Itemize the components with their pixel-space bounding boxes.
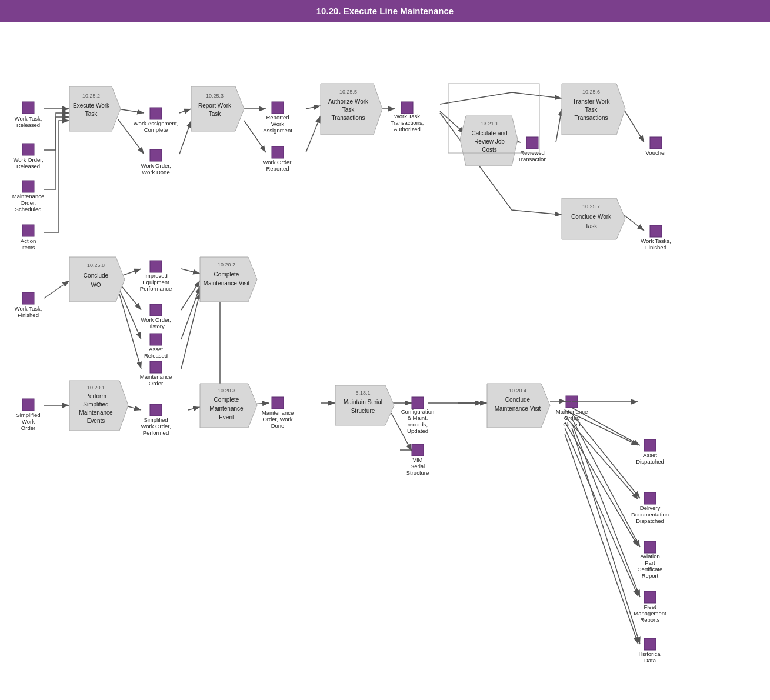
svg-line-15 [44, 281, 69, 298]
label-fleet-mgmt-reports: Fleet [644, 604, 656, 610]
svg-line-8 [306, 106, 321, 109]
label-execute-work-task: Execute Work [73, 102, 110, 109]
event-improved-equip [150, 261, 162, 272]
label-maint-order-scheduled: Maintenance [12, 193, 44, 199]
svg-line-38 [624, 215, 644, 231]
label-work-order-history2: History [147, 323, 165, 329]
label-complete-maint-event: Complete [214, 396, 239, 403]
header-title: 10.20. Execute Line Maintenance [316, 6, 454, 16]
label-vim-serial2: Serial [411, 463, 425, 469]
label-aviation-part-cert3: Certificate [638, 566, 663, 572]
label-perform-simplified3: Maintenance [79, 409, 113, 416]
label-maint-order-work-done3: Done [271, 422, 285, 429]
label-work-order-reported2: Reported [266, 165, 289, 172]
label-reported-work-assignment: Reported [266, 114, 289, 121]
event-asset-released [150, 334, 162, 345]
event-vim-serial [412, 444, 424, 456]
event-action-items [22, 225, 34, 236]
page-header: 10.20. Execute Line Maintenance [0, 0, 770, 22]
label-report-work-task2: Task [209, 111, 222, 117]
label-authorize2: Task [342, 106, 355, 113]
label-work-tasks-finished2: Finished [645, 244, 666, 251]
sublabel-maintain-serial: 5.18.1 [355, 390, 370, 396]
event-reviewed-transaction [526, 137, 538, 149]
label-maint-order-scheduled3: Scheduled [15, 206, 42, 212]
label-simplified-wo-performed: Simplified [144, 416, 168, 423]
label-maint-order-scheduled2: Order, [21, 199, 36, 206]
label-authorize: Authorize Work [328, 98, 369, 105]
label-perform-simplified4: Events [87, 418, 105, 424]
svg-line-14 [624, 109, 644, 142]
sublabel-report-work-task: 10.25.3 [206, 93, 224, 99]
event-work-order-released [22, 144, 34, 155]
event-wtt-authorized [401, 102, 413, 114]
diagram-area: 10.25.2 Execute Work Task 10.25.3 Report… [0, 22, 770, 700]
event-maintenance-order [150, 361, 162, 373]
label-work-task-finished2: Finished [18, 312, 39, 318]
label-reported-work-assignment3: Assignment [263, 127, 292, 134]
label-aviation-part-cert4: Report [642, 572, 659, 579]
label-calculate3: Costs [482, 146, 497, 153]
label-conclude-maint-visit2: Maintenance Visit [495, 405, 541, 412]
label-asset-released2: Released [144, 352, 168, 359]
event-config-records [412, 397, 424, 409]
diagram-svg: 10.25.2 Execute Work Task 10.25.3 Report… [0, 22, 770, 700]
label-complete-maint-event3: Event [219, 414, 234, 421]
event-asset-dispatched [644, 439, 656, 451]
label-maint-order-work-done2: Order, Work [262, 416, 292, 422]
label-complete-maint-event2: Maintenance [209, 405, 244, 412]
event-simplified-wo-performed [150, 404, 162, 416]
label-asset-dispatched2: Dispatched [636, 458, 664, 465]
label-perform-simplified2: Simplified [83, 401, 108, 408]
svg-line-2 [118, 109, 144, 113]
event-work-task-finished [22, 292, 34, 304]
sublabel-authorize: 10.25.5 [339, 89, 357, 95]
label-transfer2: Task [585, 106, 598, 113]
sublabel-execute-work-task: 10.25.2 [82, 93, 100, 99]
label-report-work-task: Report Work [198, 102, 232, 109]
label-delivery-doc-dispatched2: Documentation [631, 511, 669, 518]
label-fleet-mgmt-reports2: Management [634, 610, 666, 616]
sublabel-conclude-wo: 10.25.8 [87, 262, 105, 268]
sublabel-conclude-work-task: 10.25.7 [582, 204, 600, 209]
label-asset-released: Asset [149, 346, 163, 352]
svg-line-26 [188, 407, 200, 410]
event-work-assignment-complete [150, 108, 162, 119]
event-delivery-doc-dispatched [644, 492, 656, 504]
sublabel-conclude-maint-visit: 10.20.4 [509, 388, 526, 394]
label-maint-order-closed3: Closed [563, 421, 581, 428]
event-work-order-work-done [150, 149, 162, 161]
event-reported-work-assignment [272, 102, 284, 114]
event-work-order-history [150, 304, 162, 316]
svg-line-45 [572, 428, 640, 644]
label-improved-equip: Improved [144, 272, 168, 279]
label-fleet-mgmt-reports3: Reports [640, 616, 660, 623]
label-perform-simplified: Perform [85, 393, 106, 399]
label-conclude-wo: Conclude [84, 272, 109, 279]
svg-line-7 [244, 121, 266, 152]
label-transfer3: Transactions [575, 115, 608, 121]
label-simplified-work-order3: Order [21, 425, 35, 431]
event-maint-order-work-done [272, 397, 284, 409]
label-work-tasks-finished: Work Tasks, [641, 238, 671, 244]
label-historical-data2: Data [644, 657, 656, 664]
label-simplified-wo-performed3: Performed [143, 429, 169, 436]
event-aviation-part-cert [644, 541, 656, 553]
label-delivery-doc-dispatched: Delivery [640, 505, 661, 511]
label-complete-maint-visit2: Maintenance Visit [204, 280, 250, 286]
label-simplified-work-order2: Work [22, 418, 35, 425]
label-maintain-serial2: Structure [351, 408, 375, 414]
label-improved-equip3: Performance [140, 285, 172, 292]
label-config-records4: Updated [407, 428, 428, 434]
label-improved-equip2: Equipment [142, 279, 169, 285]
sublabel-calculate: 13.21.1 [481, 121, 498, 126]
sublabel-complete-maint-event: 10.20.3 [218, 388, 235, 394]
label-authorize3: Transactions [332, 115, 365, 121]
label-reported-work-assignment2: Work [271, 121, 284, 127]
label-vim-serial: VIM [413, 456, 423, 463]
label-voucher: Voucher [646, 149, 666, 156]
label-work-order-work-done: Work Order, [141, 162, 171, 169]
event-maintenance-order-scheduled [22, 181, 34, 192]
label-simplified-wo-performed2: Work Order, [141, 423, 171, 429]
label-conclude-work-task: Conclude Work [571, 214, 612, 220]
